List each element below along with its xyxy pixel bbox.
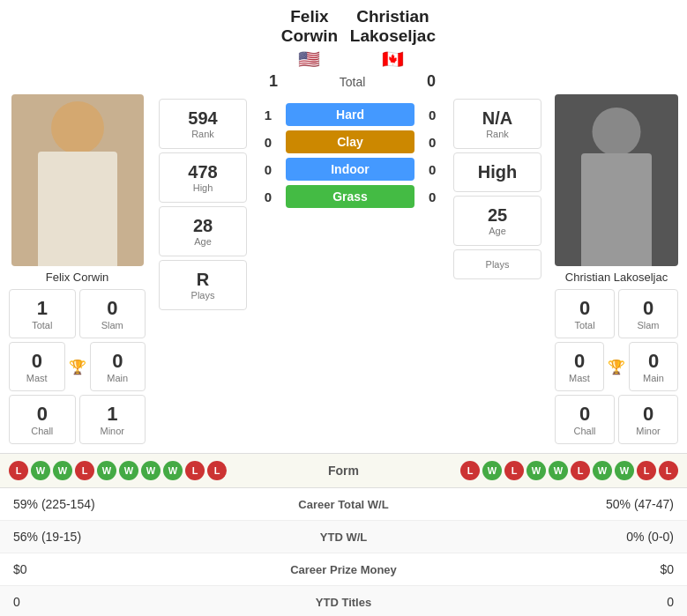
stats-row-1: 56% (19-15) YTD W/L 0% (0-0) bbox=[0, 521, 687, 553]
stats-row-3: 0 YTD Titles 0 bbox=[0, 586, 687, 616]
surface-badge-1: Clay bbox=[286, 130, 414, 153]
left-rank-label: Rank bbox=[163, 129, 243, 139]
right-minor: 0 bbox=[623, 403, 674, 426]
left-rank-val: 594 bbox=[163, 108, 243, 129]
form-badge: W bbox=[526, 461, 546, 480]
left-chall: 0 bbox=[13, 403, 71, 426]
stats-right-2: $0 bbox=[453, 562, 674, 576]
right-mast: 0 bbox=[559, 350, 600, 373]
right-main: 0 bbox=[633, 350, 674, 373]
left-age-box: 28 Age bbox=[159, 206, 247, 256]
left-total: 1 bbox=[13, 297, 71, 320]
player-left-name: Felix Corwin bbox=[269, 7, 350, 46]
right-total: 0 bbox=[559, 297, 610, 320]
left-plays-val: R bbox=[163, 270, 243, 290]
right-rank-box: N/A Rank bbox=[453, 99, 541, 149]
form-badge: L bbox=[75, 461, 94, 480]
stats-right-0: 50% (47-47) bbox=[453, 497, 674, 511]
right-chall: 0 bbox=[559, 403, 610, 426]
right-age-label: Age bbox=[458, 226, 537, 236]
form-badge: W bbox=[163, 461, 183, 480]
left-caption: Felix Corwin bbox=[46, 271, 109, 284]
left-high-box: 478 High bbox=[159, 152, 247, 203]
surface-left-1: 0 bbox=[256, 135, 272, 150]
left-high-val: 478 bbox=[163, 162, 243, 182]
right-mast-label: Mast bbox=[559, 373, 600, 383]
surface-row-3: 0 Grass 0 bbox=[256, 185, 444, 208]
right-chall-label: Chall bbox=[559, 426, 610, 436]
left-main-label: Main bbox=[94, 373, 142, 383]
surface-right-1: 0 bbox=[429, 135, 444, 150]
surface-badge-3: Grass bbox=[286, 185, 414, 208]
surface-row-1: 0 Clay 0 bbox=[256, 130, 444, 153]
stats-label-1: YTD W/L bbox=[234, 531, 454, 544]
right-trophy-icon: 🏆 bbox=[608, 359, 625, 375]
stats-left-2: $0 bbox=[13, 562, 234, 576]
form-right-badges: LWLWWLWWLL bbox=[379, 461, 679, 480]
left-plays-box: R Plays bbox=[159, 260, 247, 310]
stats-left-0: 59% (225-154) bbox=[13, 497, 234, 511]
form-badge: L bbox=[207, 461, 227, 480]
form-badge: W bbox=[97, 461, 116, 480]
form-left-badges: LWWLWWWWLL bbox=[9, 461, 309, 480]
form-badge: W bbox=[615, 461, 634, 480]
left-total-label: Total bbox=[13, 320, 71, 330]
left-high-label: High bbox=[163, 182, 243, 193]
left-mast: 0 bbox=[13, 350, 61, 373]
form-badge: L bbox=[460, 461, 480, 480]
stats-label-2: Career Prize Money bbox=[234, 563, 454, 576]
surface-row-2: 0 Indoor 0 bbox=[256, 158, 444, 181]
stats-left-1: 56% (19-15) bbox=[13, 530, 234, 544]
player-left-flag: 🇺🇸 bbox=[269, 48, 350, 70]
form-badge: L bbox=[659, 461, 678, 480]
player-right-name: Christian Lakoseljac bbox=[350, 7, 436, 46]
form-badge: L bbox=[185, 461, 205, 480]
left-slam-label: Slam bbox=[84, 320, 142, 330]
stats-right-1: 0% (0-0) bbox=[453, 530, 674, 544]
form-badge: W bbox=[549, 461, 568, 480]
surface-left-2: 0 bbox=[256, 162, 272, 177]
left-plays-label: Plays bbox=[163, 290, 243, 301]
surface-row-0: 1 Hard 0 bbox=[256, 103, 444, 126]
left-main: 0 bbox=[94, 350, 142, 373]
right-slam-label: Slam bbox=[623, 320, 674, 330]
left-rank-box: 594 Rank bbox=[159, 99, 247, 149]
surface-right-2: 0 bbox=[429, 162, 444, 177]
form-badge: L bbox=[571, 461, 590, 480]
form-badge: L bbox=[637, 461, 656, 480]
left-minor-label: Minor bbox=[84, 426, 142, 436]
stats-row-0: 59% (225-154) Career Total W/L 50% (47-4… bbox=[0, 488, 687, 521]
right-total-label: Total bbox=[559, 320, 610, 330]
stats-left-3: 0 bbox=[13, 595, 234, 609]
form-badge: W bbox=[482, 461, 502, 480]
form-badge: W bbox=[141, 461, 161, 480]
stats-row-2: $0 Career Prize Money $0 bbox=[0, 553, 687, 586]
right-plays-box: Plays bbox=[453, 249, 541, 279]
form-section: LWWLWWWWLL Form LWLWWLWWLL bbox=[0, 453, 687, 488]
right-age-val: 25 bbox=[458, 205, 537, 226]
left-mast-label: Mast bbox=[13, 373, 61, 383]
surface-left-3: 0 bbox=[256, 189, 272, 204]
form-badge: W bbox=[53, 461, 72, 480]
total-right: 0 bbox=[427, 72, 436, 91]
form-badge: W bbox=[31, 461, 50, 480]
right-minor-label: Minor bbox=[623, 426, 674, 436]
total-left: 1 bbox=[269, 72, 278, 91]
total-label: Total bbox=[340, 75, 366, 89]
stats-label-0: Career Total W/L bbox=[234, 498, 454, 511]
form-badge: W bbox=[119, 461, 138, 480]
right-rank-val: N/A bbox=[458, 108, 537, 129]
stats-right-3: 0 bbox=[453, 595, 674, 609]
player-right-flag: 🇨🇦 bbox=[350, 48, 436, 70]
right-high-val: High bbox=[458, 162, 537, 182]
right-age-box: 25 Age bbox=[453, 196, 541, 246]
surface-left-0: 1 bbox=[256, 108, 272, 122]
surface-badge-2: Indoor bbox=[286, 158, 414, 181]
left-chall-label: Chall bbox=[13, 426, 71, 436]
form-badge: W bbox=[593, 461, 612, 480]
left-slam: 0 bbox=[84, 297, 142, 320]
right-rank-label: Rank bbox=[458, 129, 537, 139]
right-high-box: High bbox=[453, 152, 541, 192]
surface-right-0: 0 bbox=[429, 108, 444, 122]
surface-right-3: 0 bbox=[429, 189, 444, 204]
